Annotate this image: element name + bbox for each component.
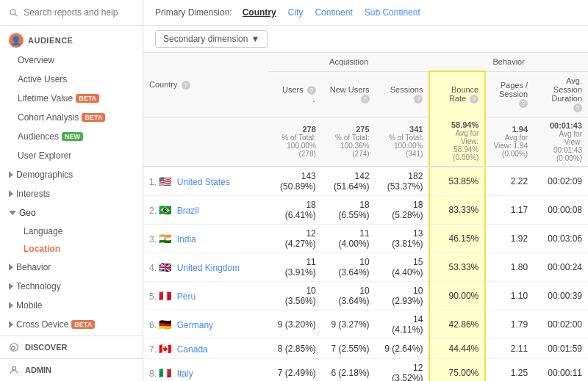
search-icon: [9, 7, 18, 18]
col-group-behavior: Behavior: [429, 53, 588, 71]
sort-arrow-users[interactable]: ↓: [312, 95, 316, 104]
chevron-right-mobile: [9, 302, 13, 309]
cell-pages-session-1: 1.17: [485, 195, 534, 224]
col-header-pages-session[interactable]: Pages / Session ?: [485, 71, 534, 117]
chevron-down-icon: ▼: [251, 34, 259, 44]
country-link[interactable]: Peru: [177, 291, 196, 302]
cell-users-5: 9 (3.20%): [268, 310, 322, 338]
tab-continent[interactable]: Continent: [310, 6, 356, 19]
cell-country-6: 7. 🇨🇦 Canada: [143, 338, 268, 358]
sidebar-group-mobile[interactable]: Mobile: [0, 296, 143, 315]
primary-dimension-nav: Primary Dimension: Country City Continen…: [143, 0, 588, 26]
col-header-avg-session[interactable]: Avg. Session Duration ?: [534, 71, 588, 117]
sidebar-group-geo[interactable]: Geo: [0, 203, 143, 222]
row-number: 3.: [149, 234, 157, 244]
cell-new-users-3: 10 (3.64%): [322, 253, 376, 281]
country-link[interactable]: Canada: [177, 344, 208, 355]
sidebar-item-active-users[interactable]: Active Users: [0, 70, 143, 89]
secondary-dimension-label: Secondary dimension: [163, 34, 248, 44]
cell-pages-session-4: 1.10: [485, 281, 534, 310]
cell-pages-session-0: 2.22: [485, 167, 534, 196]
country-link[interactable]: United States: [177, 177, 230, 187]
sidebar-group-cross-device[interactable]: Cross Device BETA: [0, 315, 143, 334]
sidebar-group-interests[interactable]: Interests: [0, 184, 143, 203]
sidebar-item-overview[interactable]: Overview: [0, 51, 143, 70]
sidebar-group-behavior[interactable]: Behavior: [0, 258, 143, 277]
sidebar-item-language[interactable]: Language: [0, 222, 143, 240]
row-number: 1.: [149, 177, 157, 187]
help-icon-sessions[interactable]: ?: [414, 95, 423, 104]
cell-new-users-7: 6 (2.18%): [322, 358, 376, 381]
col-header-users[interactable]: Users ? ↓: [268, 71, 322, 117]
table-row: 8. 🇮🇹 Italy 7 (2.49%) 6 (2.18%) 12 (3.52…: [143, 358, 588, 381]
row-number: 4.: [149, 263, 157, 273]
cell-users-3: 11 (3.91%): [268, 253, 322, 281]
sidebar-item-location[interactable]: Location: [0, 240, 143, 258]
discover-section[interactable]: DISCOVER: [0, 335, 143, 358]
flag-icon: 🇩🇪: [159, 319, 171, 330]
country-link[interactable]: Germany: [177, 320, 213, 330]
chevron-right-demographics: [9, 171, 13, 178]
tab-sub-continent[interactable]: Sub Continent: [360, 6, 425, 19]
help-icon-pages-session[interactable]: ?: [519, 99, 528, 108]
flag-icon: 🇵🇪: [159, 290, 171, 302]
audience-section-header: 👤 AUDIENCE: [0, 26, 143, 51]
help-icon-new-users[interactable]: ?: [361, 95, 370, 104]
sidebar-group-technology[interactable]: Technology: [0, 277, 143, 296]
cell-pages-session-2: 1.92: [485, 224, 534, 253]
cell-pages-session-6: 2.11: [485, 338, 534, 358]
col-header-sessions[interactable]: Sessions ?: [376, 71, 430, 117]
table-row: 1. 🇺🇸 United States 143 (50.89%) 142 (51…: [143, 167, 588, 196]
col-header-new-users[interactable]: New Users ?: [322, 71, 376, 117]
cell-avg-session-0: 00:02:09: [534, 167, 588, 196]
totals-new-users: 275 % of Total: 100.36% (274): [322, 117, 376, 167]
tab-city[interactable]: City: [284, 6, 308, 19]
country-link[interactable]: United Kingdom: [177, 263, 240, 273]
row-number: 8.: [149, 369, 157, 379]
cell-sessions-3: 15 (4.40%): [376, 253, 430, 281]
row-number: 7.: [149, 344, 157, 355]
admin-section[interactable]: ADMIN: [0, 358, 143, 381]
cell-bounce-rate-4: 90.00%: [429, 281, 485, 310]
row-number: 5.: [149, 291, 157, 302]
col-header-country: Country ?: [143, 53, 268, 117]
sidebar-item-lifetime-value[interactable]: Lifetime Value BETA: [0, 89, 143, 108]
tab-country[interactable]: Country: [238, 6, 281, 19]
cell-country-3: 4. 🇬🇧 United Kingdom: [143, 253, 268, 281]
flag-icon: 🇺🇸: [159, 175, 171, 187]
country-link[interactable]: Brazil: [177, 206, 199, 216]
badge-beta-lifetime: BETA: [76, 94, 99, 103]
data-table-container: Country ? Acquisition Behavior Users ? ↓…: [143, 53, 588, 381]
help-icon-avg-session[interactable]: ?: [573, 104, 582, 112]
secondary-dimension-button[interactable]: Secondary dimension ▼: [155, 30, 268, 48]
cell-avg-session-7: 00:00:11: [534, 358, 588, 381]
cell-users-4: 10 (3.56%): [268, 281, 322, 310]
country-link[interactable]: Italy: [177, 369, 193, 379]
main-content: Primary Dimension: Country City Continen…: [143, 0, 588, 381]
chevron-right-interests: [9, 190, 13, 197]
search-input[interactable]: [24, 7, 134, 18]
country-link[interactable]: India: [177, 234, 196, 244]
cell-sessions-4: 10 (2.93%): [376, 281, 430, 310]
help-icon-bounce-rate[interactable]: ?: [470, 95, 478, 104]
help-icon-country[interactable]: ?: [182, 81, 190, 90]
chevron-right-behavior: [9, 264, 13, 271]
flag-icon: 🇬🇧: [159, 261, 171, 273]
row-number: 6.: [149, 320, 157, 330]
sidebar-group-demographics[interactable]: Demographics: [0, 165, 143, 184]
sidebar-item-cohort-analysis[interactable]: Cohort Analysis BETA: [0, 108, 143, 127]
cell-bounce-rate-2: 46.15%: [429, 224, 485, 253]
sidebar-item-audiences[interactable]: Audiences NEW: [0, 127, 143, 146]
search-bar[interactable]: [0, 0, 143, 26]
totals-avg-session: 00:01:43 Avg for View: 00:01:43 (0.00%): [534, 117, 588, 167]
cell-users-6: 8 (2.85%): [268, 338, 322, 358]
badge-new-audiences: NEW: [62, 132, 83, 141]
sidebar-item-user-explorer[interactable]: User Explorer: [0, 146, 143, 165]
cell-country-2: 3. 🇮🇳 India: [143, 224, 268, 253]
col-header-bounce-rate[interactable]: Bounce Rate ?: [429, 71, 485, 117]
cell-new-users-5: 9 (3.27%): [322, 310, 376, 338]
help-icon-users[interactable]: ?: [307, 86, 316, 95]
secondary-dimension-nav: Secondary dimension ▼: [143, 26, 588, 53]
totals-pages-session: 1.94 Avg for View: 1.94 (0.00%): [485, 117, 534, 167]
cell-sessions-5: 14 (4.11%): [376, 310, 430, 338]
